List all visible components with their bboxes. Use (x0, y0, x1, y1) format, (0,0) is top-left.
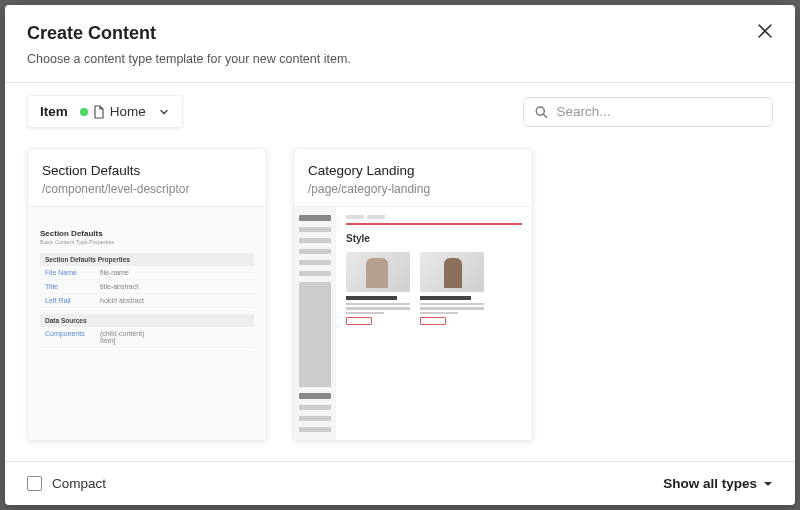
location-name: Home (110, 104, 146, 119)
close-icon (757, 23, 773, 39)
show-all-types-button[interactable]: Show all types (663, 476, 773, 491)
page-icon (93, 105, 105, 119)
caret-down-icon (763, 479, 773, 489)
template-grid: Section Defaults /component/level-descri… (5, 142, 795, 461)
close-button[interactable] (757, 23, 773, 43)
card-path: /component/level-descriptor (42, 182, 252, 196)
search-icon (534, 104, 548, 120)
card-thumbnail: Section Defaults Basic Content Type Prop… (28, 206, 266, 440)
create-content-modal: Create Content Choose a content type tem… (5, 5, 795, 505)
chevron-down-icon (158, 106, 170, 118)
compact-toggle[interactable]: Compact (27, 476, 106, 491)
modal-header: Create Content Choose a content type tem… (5, 5, 795, 83)
template-card-category-landing[interactable]: Category Landing /page/category-landing … (293, 148, 533, 441)
location-label: Item (40, 104, 68, 119)
compact-label: Compact (52, 476, 106, 491)
card-thumbnail: Style (294, 206, 532, 440)
template-card-section-defaults[interactable]: Section Defaults /component/level-descri… (27, 148, 267, 441)
toolbar: Item Home (5, 83, 795, 142)
modal-footer: Compact Show all types (5, 461, 795, 505)
search-input[interactable] (556, 104, 762, 119)
card-path: /page/category-landing (308, 182, 518, 196)
checkbox-icon (27, 476, 42, 491)
card-title: Section Defaults (42, 163, 252, 178)
card-title: Category Landing (308, 163, 518, 178)
location-picker[interactable]: Item Home (27, 95, 183, 128)
location-value: Home (80, 104, 146, 119)
modal-title: Create Content (27, 23, 773, 44)
search-field[interactable] (523, 97, 773, 127)
modal-subtitle: Choose a content type template for your … (27, 52, 773, 66)
show-all-label: Show all types (663, 476, 757, 491)
status-dot-icon (80, 108, 88, 116)
